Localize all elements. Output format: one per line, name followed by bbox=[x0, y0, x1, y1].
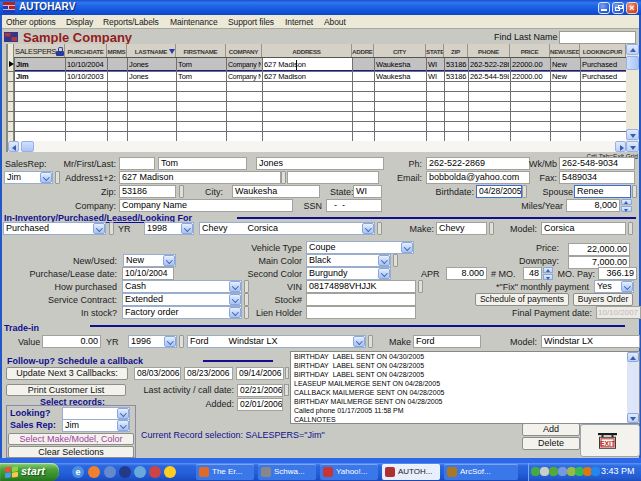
svg-text:EXIT: EXIT bbox=[600, 440, 616, 447]
